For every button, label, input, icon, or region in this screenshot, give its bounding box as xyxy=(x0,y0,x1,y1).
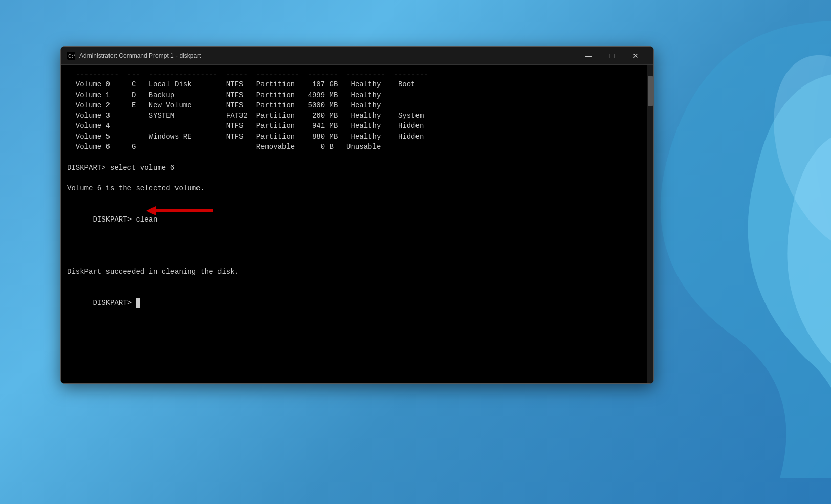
volume-row-2: Volume 2 E New Volume NTFS Partition 500… xyxy=(67,100,647,111)
blank-line-3 xyxy=(67,194,647,204)
scrollbar-thumb[interactable] xyxy=(648,76,653,106)
svg-point-0 xyxy=(749,36,831,271)
command-prompt-window: C:\ Administrator: Command Prompt 1 - di… xyxy=(60,46,654,384)
command-clean: DISKPART> clean xyxy=(93,215,157,224)
output-clean: DiskPart succeeded in cleaning the disk. xyxy=(67,267,647,277)
blank-line-1 xyxy=(67,152,647,162)
svg-text:C:\: C:\ xyxy=(68,54,75,59)
close-button[interactable]: ✕ xyxy=(624,47,647,65)
volume-row-4: Volume 4 NTFS Partition 941 MB Healthy H… xyxy=(67,121,647,131)
maximize-button[interactable]: □ xyxy=(600,47,624,65)
volume-row-3: Volume 3 SYSTEM FAT32 Partition 260 MB H… xyxy=(67,111,647,121)
volume-row-5: Volume 5 Windows RE NTFS Partition 880 M… xyxy=(67,132,647,142)
window-controls: — □ ✕ xyxy=(577,47,647,65)
scrollbar[interactable] xyxy=(647,65,653,383)
svg-marker-3 xyxy=(146,206,156,215)
title-bar: C:\ Administrator: Command Prompt 1 - di… xyxy=(61,47,653,65)
output-selected-volume: Volume 6 is the selected volume. xyxy=(67,183,647,193)
blank-line-5 xyxy=(67,277,647,287)
command-clean-line: DISKPART> clean xyxy=(67,204,647,256)
cmd-icon: C:\ xyxy=(67,52,75,60)
volume-row-6: Volume 6 G Removable 0 B Unusable xyxy=(67,142,647,152)
separator-line: ---------- --- ---------------- ----- --… xyxy=(67,69,647,79)
svg-rect-4 xyxy=(156,209,213,212)
minimize-button[interactable]: — xyxy=(577,47,600,65)
blank-line-2 xyxy=(67,173,647,183)
blank-line-4 xyxy=(67,256,647,266)
red-arrow xyxy=(146,205,213,216)
window-title: Administrator: Command Prompt 1 - diskpa… xyxy=(79,52,577,59)
volume-row-0: Volume 0 C Local Disk NTFS Partition 107… xyxy=(67,79,647,90)
volume-row-1: Volume 1 D Backup NTFS Partition 4999 MB… xyxy=(67,90,647,100)
terminal-body[interactable]: ---------- --- ---------------- ----- --… xyxy=(61,65,653,383)
final-prompt: DISKPART> xyxy=(67,287,647,318)
command-select-volume: DISKPART> select volume 6 xyxy=(67,163,647,173)
